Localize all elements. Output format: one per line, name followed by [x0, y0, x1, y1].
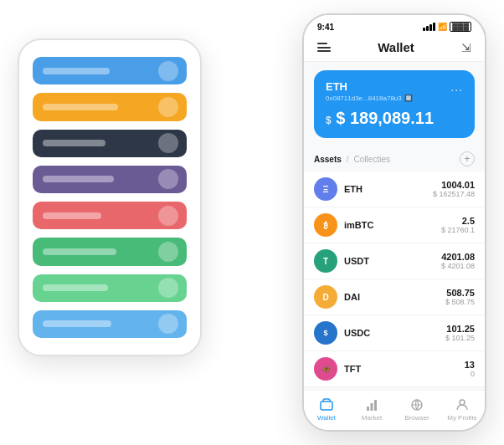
asset-list: Ξ ETH 1004.01 $ 162517.48 ₿ imBTC 2.5 $ … [304, 171, 485, 390]
asset-values-tft: 13 0 [465, 360, 475, 378]
asset-name-dai: DAI [344, 292, 445, 302]
add-asset-button[interactable]: + [460, 151, 475, 166]
asset-amount-usdt: 4201.08 [441, 252, 475, 262]
eth-card-address: 0x08711d3e...8418a78u3 🔲 [326, 95, 463, 102]
asset-amount-usdc: 101.25 [445, 324, 475, 334]
list-item[interactable] [33, 310, 187, 338]
list-item[interactable] [33, 93, 187, 120]
status-bar: 9:41 📶 ▓▓▓ [304, 15, 485, 35]
asset-amount-tft: 13 [465, 360, 475, 370]
asset-usd-dai: $ 508.75 [445, 298, 475, 306]
list-item[interactable] [33, 166, 187, 193]
bottom-nav-profile-label: My Profile [447, 414, 477, 422]
table-row[interactable]: 🦋 TFT 13 0 [304, 351, 485, 387]
list-item[interactable] [33, 57, 187, 84]
asset-name-usdc: USDC [344, 328, 445, 338]
back-phone [18, 38, 202, 356]
svg-rect-0 [321, 402, 332, 410]
phone-content: ETH 0x08711d3e...8418a78u3 🔲 $ $ 189,089… [304, 62, 485, 390]
asset-usd-imbtc: $ 21760.1 [441, 226, 475, 234]
wallet-icon [319, 397, 334, 412]
svg-rect-2 [371, 403, 373, 411]
browser-icon [409, 397, 424, 412]
front-phone: 9:41 📶 ▓▓▓ Wallet ⇲ [302, 13, 486, 432]
asset-values-imbtc: 2.5 $ 21760.1 [441, 216, 475, 234]
bottom-nav-wallet[interactable]: Wallet [304, 397, 349, 422]
tab-collecties[interactable]: Collecties [354, 155, 390, 164]
profile-icon [455, 397, 470, 412]
bottom-nav-market[interactable]: Market [349, 397, 394, 422]
bottom-nav-market-label: Market [362, 414, 382, 422]
asset-amount-imbtc: 2.5 [441, 216, 475, 226]
tab-separator: / [347, 155, 349, 164]
table-row[interactable]: $ USDC 101.25 $ 101.25 [304, 315, 485, 351]
bottom-nav-wallet-label: Wallet [317, 414, 336, 422]
status-icons: 📶 ▓▓▓ [423, 22, 471, 32]
assets-header: Assets / Collecties + [304, 146, 485, 171]
assets-tabs: Assets / Collecties [314, 155, 390, 164]
asset-values-usdc: 101.25 $ 101.25 [445, 324, 475, 342]
bottom-nav-profile[interactable]: My Profile [440, 397, 485, 422]
list-item[interactable] [33, 274, 187, 302]
table-row[interactable]: T USDT 4201.08 $ 4201.08 [304, 243, 485, 279]
asset-amount-dai: 508.75 [445, 288, 475, 298]
page-title: Wallet [378, 40, 414, 54]
usdt-icon: T [314, 249, 337, 273]
asset-name-imbtc: imBTC [344, 220, 441, 230]
list-item[interactable] [33, 238, 187, 265]
asset-values-usdt: 4201.08 $ 4201.08 [441, 252, 475, 270]
bottom-nav: Wallet Market [304, 390, 485, 430]
tab-assets[interactable]: Assets [314, 155, 342, 164]
table-row[interactable]: Ξ ETH 1004.01 $ 162517.48 [304, 171, 485, 207]
svg-rect-3 [374, 400, 377, 411]
eth-icon: Ξ [314, 177, 337, 201]
asset-usd-usdt: $ 4201.08 [441, 262, 475, 270]
asset-name-usdt: USDT [344, 256, 441, 266]
bottom-nav-browser-label: Browser [404, 414, 429, 422]
asset-amount-eth: 1004.01 [433, 180, 475, 190]
asset-values-eth: 1004.01 $ 162517.48 [433, 180, 475, 198]
asset-name-eth: ETH [344, 184, 433, 194]
asset-values-dai: 508.75 $ 508.75 [445, 288, 475, 306]
imbtc-icon: ₿ [314, 213, 337, 237]
list-item[interactable] [33, 202, 187, 229]
eth-wallet-card[interactable]: ETH 0x08711d3e...8418a78u3 🔲 $ $ 189,089… [314, 70, 475, 138]
table-row[interactable]: D DAI 508.75 $ 508.75 [304, 279, 485, 315]
asset-usd-tft: 0 [465, 370, 475, 378]
asset-usd-eth: $ 162517.48 [433, 190, 475, 198]
asset-name-tft: TFT [344, 364, 465, 374]
expand-icon[interactable]: ⇲ [461, 41, 471, 54]
tft-icon: 🦋 [314, 357, 337, 381]
menu-icon[interactable] [317, 43, 331, 52]
eth-card-menu-dots[interactable]: ... [450, 80, 463, 94]
svg-rect-1 [367, 407, 369, 411]
table-row[interactable]: ₿ imBTC 2.5 $ 21760.1 [304, 207, 485, 243]
dai-icon: D [314, 285, 337, 309]
svg-point-5 [460, 400, 465, 405]
eth-card-title: ETH [326, 80, 463, 93]
top-nav-bar: Wallet ⇲ [304, 35, 485, 62]
scene: 9:41 📶 ▓▓▓ Wallet ⇲ [18, 13, 486, 432]
list-item[interactable] [33, 130, 187, 157]
usdc-icon: $ [314, 321, 337, 345]
bottom-nav-browser[interactable]: Browser [394, 397, 440, 422]
eth-card-amount: $ $ 189,089.11 [326, 109, 463, 128]
asset-usd-usdc: $ 101.25 [445, 334, 475, 342]
status-time: 9:41 [317, 23, 334, 32]
market-icon [364, 397, 379, 412]
